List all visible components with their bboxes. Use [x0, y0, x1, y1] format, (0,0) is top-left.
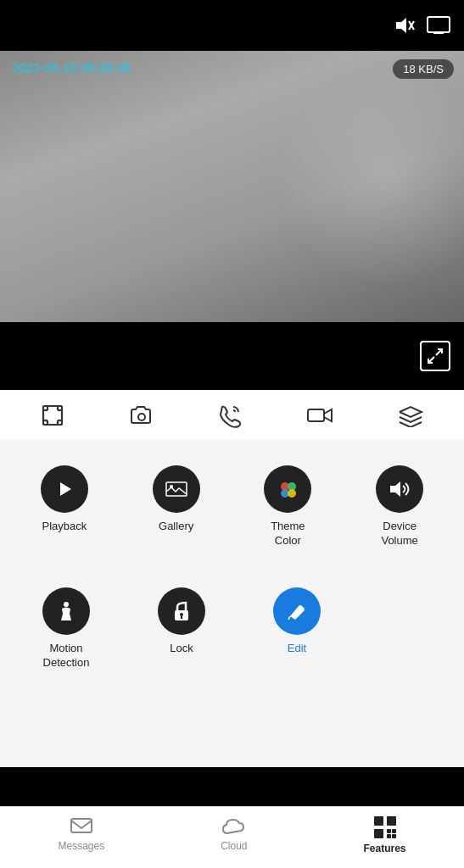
svg-rect-3	[428, 17, 450, 32]
playback-icon	[41, 465, 88, 513]
messages-icon	[70, 818, 92, 837]
device-volume-icon	[376, 465, 423, 513]
svg-rect-34	[374, 829, 383, 838]
svg-point-16	[138, 414, 145, 420]
svg-marker-25	[390, 481, 400, 497]
mute-icon[interactable]	[393, 14, 415, 36]
svg-point-24	[288, 489, 296, 498]
nav-features[interactable]: Features	[363, 815, 405, 854]
svg-rect-7	[43, 406, 62, 425]
cloud-label: Cloud	[221, 840, 247, 852]
svg-rect-32	[374, 816, 383, 826]
call-icon[interactable]	[217, 403, 243, 428]
grid-row-1: Playback Gallery	[8, 457, 456, 560]
svg-marker-18	[60, 482, 71, 496]
svg-rect-37	[387, 834, 391, 838]
grid-menu: Playback Gallery	[0, 440, 464, 699]
motion-detection-icon	[42, 587, 90, 635]
gallery-icon	[153, 465, 200, 513]
controls-bar	[0, 390, 464, 440]
svg-rect-17	[308, 409, 324, 421]
nav-cloud[interactable]: Cloud	[221, 818, 247, 852]
gallery-item[interactable]: Gallery	[120, 457, 232, 560]
camera-bottom-bar	[0, 322, 464, 390]
lock-item[interactable]: Lock	[124, 579, 239, 682]
svg-rect-36	[392, 829, 396, 833]
motion-detection-item[interactable]: MotionDetection	[8, 579, 124, 682]
bottom-nav: Messages Cloud Features	[0, 806, 464, 868]
lock-icon	[158, 587, 205, 635]
grid-row-2: MotionDetection Lock Edit	[8, 579, 456, 682]
speed-badge: 18 KB/S	[393, 59, 454, 79]
top-bar	[0, 0, 464, 51]
svg-point-28	[180, 613, 183, 616]
cloud-icon	[221, 818, 247, 837]
playback-label: Playback	[42, 520, 87, 534]
edit-item[interactable]: Edit	[239, 579, 355, 682]
svg-line-5	[436, 349, 442, 355]
video-icon[interactable]	[306, 405, 333, 426]
camera-timestamp: 2022-05-13 05:28:18	[12, 61, 131, 75]
svg-marker-0	[396, 18, 406, 33]
screen-icon[interactable]	[427, 16, 450, 35]
edit-icon	[273, 587, 321, 635]
theme-color-item[interactable]: ThemeColor	[232, 457, 344, 560]
device-volume-label: DeviceVolume	[381, 520, 417, 548]
svg-rect-35	[387, 829, 391, 833]
device-volume-item[interactable]: DeviceVolume	[344, 457, 456, 560]
playback-item[interactable]: Playback	[8, 457, 120, 560]
edit-label: Edit	[288, 642, 306, 656]
nav-messages[interactable]: Messages	[58, 818, 104, 852]
features-icon	[373, 815, 397, 839]
features-label: Features	[363, 843, 405, 854]
svg-rect-33	[387, 816, 396, 826]
lock-label: Lock	[170, 642, 193, 656]
crop-icon[interactable]	[40, 403, 65, 428]
camera-icon[interactable]	[129, 403, 154, 427]
expand-icon[interactable]	[420, 341, 450, 371]
gallery-label: Gallery	[159, 520, 193, 534]
camera-feed: 2022-05-13 05:28:18 18 KB/S	[0, 51, 464, 322]
svg-point-26	[64, 602, 69, 607]
svg-rect-31	[71, 819, 92, 832]
theme-color-label: ThemeColor	[271, 520, 305, 548]
svg-rect-38	[392, 834, 396, 838]
layers-icon[interactable]	[397, 403, 424, 427]
theme-color-icon	[264, 465, 311, 513]
motion-detection-label: MotionDetection	[43, 642, 90, 670]
svg-line-30	[288, 616, 290, 620]
svg-line-6	[428, 357, 434, 363]
svg-point-20	[170, 485, 173, 488]
messages-label: Messages	[58, 840, 104, 852]
